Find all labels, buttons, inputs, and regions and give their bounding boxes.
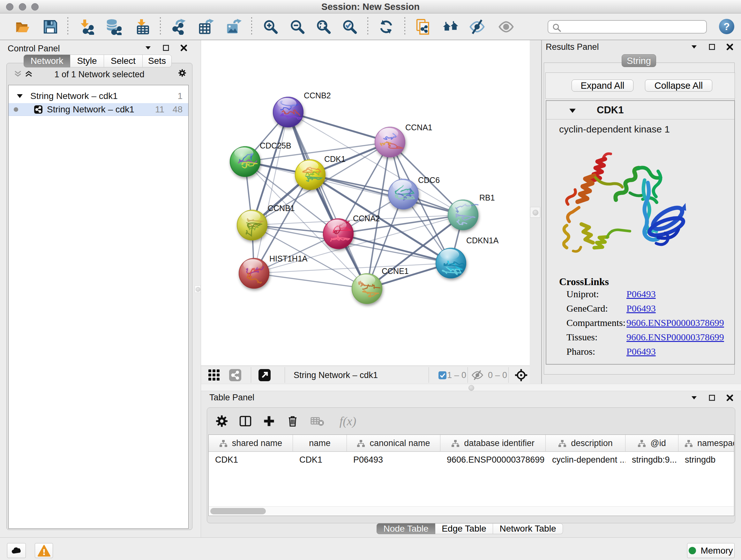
tree-expand-icon[interactable]: [16, 92, 23, 100]
table-row[interactable]: CDK1CDK1P064939606.ENSP00000378699cyclin…: [209, 452, 734, 468]
table-horizontal-scrollbar[interactable]: [209, 506, 734, 515]
fit-selected-button[interactable]: [513, 367, 530, 384]
string-network-graph[interactable]: CCNB2CCNA1CDC25BCDK1CDC6RB1CCNB1CCNA2CDK…: [201, 40, 530, 366]
edge-CCNB2-CCNA1[interactable]: [288, 112, 390, 142]
node-details-header[interactable]: CDK1: [546, 101, 734, 119]
memory-button[interactable]: Memory: [687, 543, 735, 558]
control-tab-sets[interactable]: Sets: [143, 55, 172, 67]
table-cell[interactable]: cyclin-dependent ...: [546, 452, 625, 468]
network-collection-row[interactable]: String Network – cdk1 1: [9, 89, 188, 103]
table-tab-edge-table[interactable]: Edge Table: [435, 523, 493, 534]
table-cell[interactable]: 9606.ENSP00000378699: [441, 452, 546, 468]
export-table-button[interactable]: [197, 18, 215, 36]
panel-close-icon[interactable]: [726, 394, 734, 402]
panel-close-icon[interactable]: [180, 44, 188, 52]
expand-all-button[interactable]: Expand All: [571, 79, 633, 91]
table-settings-button[interactable]: [213, 412, 231, 430]
table-cell[interactable]: P06493: [347, 452, 441, 468]
column-header-name[interactable]: name: [293, 435, 347, 452]
network-view-toolbar: String Network – cdk1 1 – 0 0 – 0: [201, 366, 530, 384]
table-cell[interactable]: stringdb: [678, 452, 734, 468]
add-column-button[interactable]: [260, 412, 278, 430]
panel-menu-icon[interactable]: [144, 44, 152, 52]
crosslink-link[interactable]: 9606.ENSP00000378699: [626, 332, 724, 343]
network-share-button[interactable]: [226, 367, 244, 384]
column-header-description[interactable]: description: [546, 435, 625, 452]
selected-items-checkbox[interactable]: [436, 369, 448, 381]
crosslink-link[interactable]: P06493: [626, 346, 656, 357]
function-builder-button[interactable]: f(x): [333, 412, 362, 430]
column-type-icon: [219, 440, 227, 447]
export-view-button[interactable]: [256, 367, 273, 384]
hide-selected-button[interactable]: [468, 18, 486, 36]
cloud-tasks-button[interactable]: [7, 543, 26, 558]
search-input[interactable]: [563, 21, 704, 32]
column-header-database-identifier[interactable]: database identifier: [441, 435, 546, 452]
import-network-button[interactable]: [77, 18, 95, 36]
table-cell[interactable]: stringdb:9...: [625, 452, 678, 468]
export-image-button[interactable]: [225, 18, 243, 36]
crosslink-link[interactable]: 9606.ENSP00000378699: [626, 317, 724, 328]
open-folder-icon: [14, 19, 30, 35]
edge-CDK1-RB1[interactable]: [310, 175, 463, 215]
network-canvas[interactable]: CCNB2CCNA1CDC25BCDK1CDC6RB1CCNB1CCNA2CDK…: [201, 40, 530, 366]
edge-HIST1H1A-CCNE1[interactable]: [254, 273, 367, 289]
section-collapse-icon[interactable]: [569, 107, 576, 115]
zoom-selected-button[interactable]: [341, 18, 359, 36]
control-panel-window-buttons: [144, 44, 188, 52]
network-row[interactable]: String Network – cdk1 11 48: [9, 103, 188, 116]
table-cell[interactable]: CDK1: [209, 452, 293, 468]
table-tab-network-table[interactable]: Network Table: [493, 523, 563, 534]
control-tab-network[interactable]: Network: [23, 55, 70, 67]
table-tab-node-table[interactable]: Node Table: [377, 523, 435, 534]
crosslink-link[interactable]: P06493: [626, 289, 656, 300]
panel-menu-icon[interactable]: [690, 43, 698, 51]
column-header--id[interactable]: @id: [625, 435, 678, 452]
panel-float-icon[interactable]: [708, 43, 716, 51]
save-session-button[interactable]: [42, 18, 59, 36]
control-tab-style[interactable]: Style: [70, 55, 104, 67]
import-table-button[interactable]: [134, 18, 152, 36]
node-CCNA1[interactable]: CCNA1: [375, 123, 432, 158]
left-splitter-handle[interactable]: [195, 286, 201, 293]
collapse-all-button[interactable]: Collapse All: [645, 79, 712, 91]
node-CCNB1[interactable]: CCNB1: [237, 204, 295, 240]
horizontal-splitter[interactable]: [201, 384, 741, 391]
vertical-splitter-handle[interactable]: [530, 207, 540, 218]
first-neighbors-button[interactable]: [442, 18, 460, 36]
column-header-canonical-name[interactable]: canonical name: [347, 435, 441, 452]
panel-close-icon[interactable]: [726, 43, 734, 51]
copy-style-button[interactable]: [414, 18, 432, 36]
zoom-out-button[interactable]: [288, 18, 307, 36]
crosslink-link[interactable]: P06493: [626, 303, 656, 314]
vertical-splitter[interactable]: [530, 40, 541, 384]
control-tab-select[interactable]: Select: [104, 55, 143, 67]
panel-menu-icon[interactable]: [690, 394, 698, 402]
birds-eye-view-button[interactable]: [205, 367, 223, 384]
node-RB1[interactable]: RB1: [448, 193, 495, 230]
hidden-items-button[interactable]: [471, 368, 484, 382]
scrollbar-thumb[interactable]: [210, 508, 266, 514]
export-network-button[interactable]: [170, 18, 188, 36]
network-options-gear-icon[interactable]: [178, 69, 186, 77]
table-cell[interactable]: CDK1: [293, 452, 347, 468]
delete-table-button[interactable]: [309, 412, 327, 430]
zoom-fit-button[interactable]: [315, 18, 333, 36]
column-header-namespace[interactable]: namespace: [678, 435, 734, 452]
edge-CCNB2-HIST1H1A[interactable]: [254, 112, 288, 273]
apply-layout-button[interactable]: [377, 18, 395, 36]
open-session-button[interactable]: [13, 18, 31, 36]
show-all-button[interactable]: [497, 18, 515, 36]
network-tree: String Network – cdk1 1 String Network –…: [8, 85, 189, 529]
warnings-button[interactable]: [35, 543, 53, 558]
panel-float-icon[interactable]: [708, 394, 716, 402]
results-tab-string[interactable]: String: [622, 54, 656, 67]
import-network-from-database-button[interactable]: [105, 18, 122, 36]
help-button[interactable]: ?: [719, 19, 734, 34]
zoom-in-button[interactable]: [262, 18, 280, 36]
column-header-shared-name[interactable]: shared name: [209, 435, 293, 452]
node-CDKN1A[interactable]: CDKN1A: [435, 236, 499, 278]
split-table-button[interactable]: [237, 412, 254, 430]
delete-column-button[interactable]: [284, 412, 301, 430]
panel-float-icon[interactable]: [162, 44, 170, 52]
